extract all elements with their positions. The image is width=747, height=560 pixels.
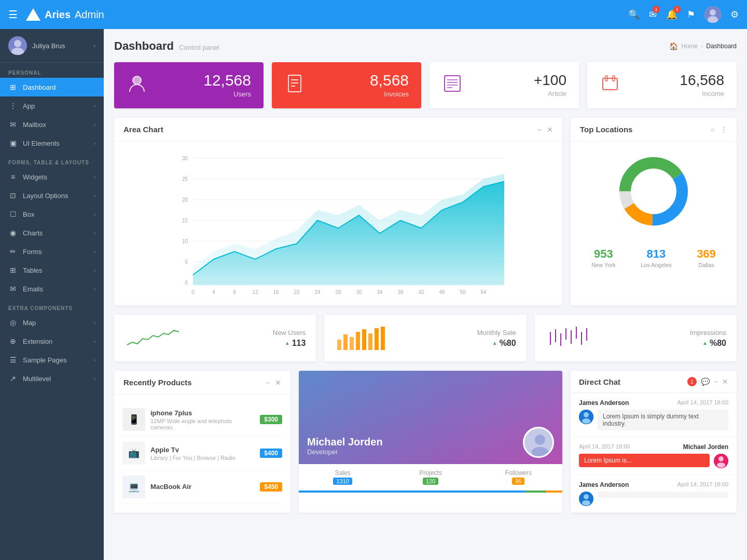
- impressions-info: Impressions ▲ %80: [611, 329, 726, 348]
- main-layout: Juliya Brus › PERSONAL ⊞ Dashboard › ⋮ A…: [0, 29, 747, 560]
- chat-sender: James Anderson: [579, 481, 629, 488]
- sidebar-item-label: Emails: [23, 285, 43, 293]
- svg-point-4: [14, 40, 21, 47]
- chevron-icon: ›: [94, 339, 95, 344]
- product-item[interactable]: 📺 Apple Tv Library | For You | Browse | …: [122, 437, 282, 470]
- forms-icon: ✏: [8, 247, 18, 256]
- stat-card-income[interactable]: 16,568 Income: [587, 62, 737, 108]
- sidebar-item-dashboard[interactable]: ⊞ Dashboard ›: [0, 78, 104, 96]
- svg-point-79: [582, 418, 590, 424]
- product-item[interactable]: 📱 iphone 7plus 12MP Wide-angle and telep…: [122, 403, 282, 437]
- minimize-icon[interactable]: −: [537, 125, 542, 134]
- product-item[interactable]: 💻 MacBook Air $450: [122, 470, 282, 504]
- breadcrumb-home-label[interactable]: Home: [681, 43, 698, 50]
- stat-article-value: +100: [534, 73, 566, 88]
- sidebar-item-layout[interactable]: ⊡ Layout Options ›: [0, 186, 104, 205]
- sidebar-item-label: Box: [23, 211, 34, 218]
- sidebar-user[interactable]: Juliya Brus ›: [0, 29, 104, 63]
- sidebar-item-mailbox[interactable]: ✉ Mailbox ›: [0, 115, 104, 134]
- up-icon: ▲: [702, 340, 708, 346]
- donut-chart: [612, 150, 695, 233]
- minimize-icon[interactable]: −: [266, 379, 270, 387]
- svg-rect-55: [356, 332, 360, 350]
- profile-stats-section: Sales 1310 Projects 120 Foll: [299, 464, 562, 493]
- close-icon[interactable]: ✕: [275, 379, 281, 387]
- sidebar-item-charts[interactable]: ◉ Charts ›: [0, 223, 104, 242]
- product-image: 📺: [122, 442, 145, 465]
- home-icon: 🏠: [669, 42, 678, 50]
- monthly-sale-number: %80: [500, 339, 516, 348]
- stat-card-invoices[interactable]: 8,568 Invoices: [272, 62, 421, 108]
- stat-invoices-value: 8,568: [370, 73, 409, 88]
- svg-text:42: 42: [418, 289, 424, 295]
- svg-point-78: [584, 412, 589, 417]
- area-chart-card: Area Chart − ✕: [114, 118, 562, 305]
- sidebar-item-tables[interactable]: ⊞ Tables ›: [0, 261, 104, 279]
- close-icon[interactable]: ✕: [547, 125, 553, 134]
- profile-info: Michael Jorden Developer: [307, 436, 383, 456]
- sidebar-item-map[interactable]: ◎ Map ›: [0, 313, 104, 332]
- donut-chart-wrap: [571, 142, 737, 241]
- search-icon[interactable]: 🔍: [628, 9, 640, 20]
- top-locations-header: Top Locations ○ ⋮: [571, 118, 737, 142]
- sidebar-item-widgets[interactable]: ≡ Widgets ›: [0, 167, 104, 186]
- email-icon[interactable]: ✉ 1: [649, 9, 657, 20]
- bottom-row: Recently Products − ✕ 📱 iphone 7plus: [114, 371, 737, 513]
- impressions-number: %80: [710, 339, 726, 348]
- user-avatar[interactable]: [704, 6, 721, 23]
- sidebar-item-emails[interactable]: ✉ Emails ›: [0, 279, 104, 298]
- product-name: Apple Tv: [150, 446, 255, 454]
- stat-income-info: 16,568 Income: [629, 73, 724, 97]
- box-icon: ☐: [8, 210, 18, 218]
- stat-invoices-label: Invoices: [384, 90, 409, 98]
- svg-text:0: 0: [191, 289, 195, 295]
- svg-text:30: 30: [182, 156, 188, 161]
- settings-icon[interactable]: ⚙: [730, 9, 739, 20]
- more-icon[interactable]: ⋮: [720, 125, 727, 134]
- area-chart-header: Area Chart − ✕: [114, 118, 562, 142]
- sidebar-item-sample-pages[interactable]: ☰ Sample Pages ›: [0, 351, 104, 369]
- chat-sender: James Anderson: [579, 399, 629, 407]
- chevron-icon: ›: [94, 320, 95, 326]
- profile-stat-sales[interactable]: Sales 1310: [299, 464, 386, 490]
- profile-avatar: [523, 427, 554, 458]
- flag-icon[interactable]: ⚑: [687, 9, 695, 20]
- sales-badge: 1310: [333, 478, 352, 485]
- app-logo: AriesAdmin: [26, 8, 130, 21]
- stat-card-article[interactable]: +100 Article: [430, 62, 579, 108]
- stat-card-users[interactable]: 12,568 Users: [114, 62, 264, 108]
- area-chart-actions: − ✕: [537, 125, 553, 134]
- sidebar-item-app[interactable]: ⋮ App ›: [0, 96, 104, 115]
- minimize-icon[interactable]: −: [714, 377, 718, 386]
- stat-invoices-info: 8,568 Invoices: [313, 73, 409, 98]
- sidebar-item-multilevel[interactable]: ↗ Multilevel ›: [0, 369, 104, 388]
- bell-icon[interactable]: 🔔 1: [666, 9, 677, 20]
- svg-text:8: 8: [233, 289, 236, 295]
- direct-chat-card: Direct Chat 1 💬 − ✕ James Anderson April…: [571, 371, 737, 513]
- chevron-icon: ›: [94, 249, 95, 255]
- monthly-sale-chart: [335, 324, 392, 352]
- mailbox-icon: ✉: [8, 120, 18, 129]
- svg-rect-59: [381, 327, 385, 350]
- sidebar-item-forms[interactable]: ✏ Forms ›: [0, 242, 104, 261]
- charts-icon: ◉: [8, 229, 18, 237]
- sidebar-item-extension[interactable]: ⊕ Extension ›: [0, 332, 104, 351]
- chevron-icon: ›: [94, 85, 95, 90]
- hamburger-icon[interactable]: ☰: [8, 8, 18, 21]
- article-icon: [442, 73, 463, 98]
- profile-stat-projects[interactable]: Projects 120: [386, 464, 474, 490]
- sidebar-item-ui-elements[interactable]: ▣ UI Elements ›: [0, 134, 104, 152]
- up-icon: ▲: [492, 340, 497, 346]
- newyork-value: 953: [591, 247, 615, 261]
- chat-msg-header: James Anderson April 14, 2017 18:00: [579, 481, 728, 488]
- profile-stat-followers[interactable]: Followers 95: [475, 464, 562, 490]
- product-name: iphone 7plus: [150, 409, 255, 417]
- svg-text:20: 20: [182, 197, 188, 203]
- svg-point-6: [133, 76, 141, 85]
- circle-icon[interactable]: ○: [711, 125, 715, 134]
- sidebar-item-box[interactable]: ☐ Box ›: [0, 205, 104, 223]
- svg-rect-53: [343, 334, 348, 350]
- close-icon[interactable]: ✕: [722, 377, 728, 386]
- area-chart-title: Area Chart: [123, 125, 163, 134]
- chat-icon[interactable]: 💬: [701, 377, 710, 386]
